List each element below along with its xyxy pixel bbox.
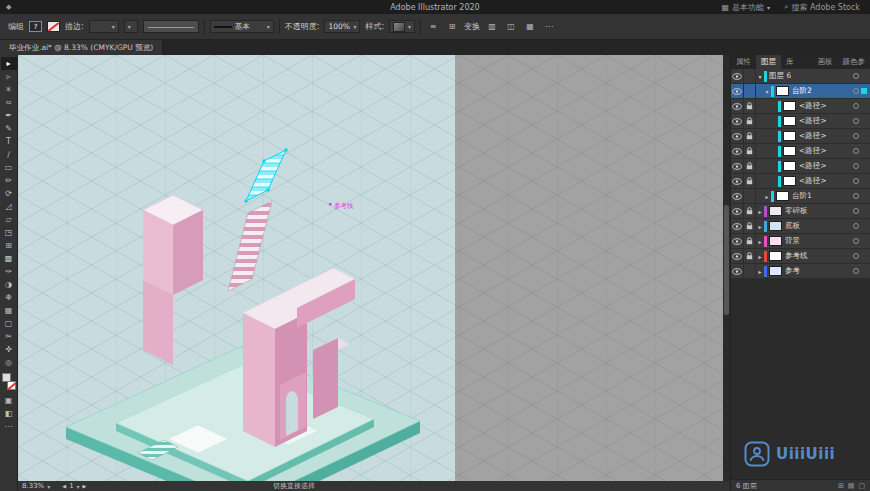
layer-name[interactable]: <路径> bbox=[799, 116, 827, 126]
lasso-tool[interactable]: ≈ bbox=[1, 96, 17, 109]
new-layer-icon[interactable]: ⊞ bbox=[838, 482, 844, 490]
lock-toggle[interactable] bbox=[744, 234, 756, 248]
layer-target[interactable] bbox=[853, 148, 859, 154]
artboard-tool[interactable]: ▢ bbox=[1, 317, 17, 330]
layer-row[interactable]: ▸零碎板 bbox=[731, 204, 870, 219]
slice-tool[interactable]: ✂ bbox=[1, 330, 17, 343]
visibility-toggle[interactable] bbox=[731, 84, 744, 98]
visibility-toggle[interactable] bbox=[731, 129, 744, 143]
stroke-none-swatch[interactable] bbox=[47, 21, 60, 32]
layer-row[interactable]: <路径> bbox=[731, 114, 870, 129]
delete-layer-icon[interactable]: ▢ bbox=[858, 482, 865, 490]
artboard-canvas[interactable]: 参考线 bbox=[18, 55, 730, 481]
layer-row[interactable]: ▾图层 6 bbox=[731, 69, 870, 84]
layer-target[interactable] bbox=[853, 118, 859, 124]
expand-arrow[interactable]: ▸ bbox=[756, 223, 764, 230]
layer-row[interactable]: <路径> bbox=[731, 174, 870, 189]
visibility-toggle[interactable] bbox=[731, 114, 744, 128]
isolate-icon[interactable]: ▥ bbox=[485, 20, 499, 33]
layer-target[interactable] bbox=[853, 163, 859, 169]
panel-tab-properties[interactable]: 属性 bbox=[731, 55, 756, 69]
layer-target[interactable] bbox=[853, 208, 859, 214]
brush-definition-dropdown[interactable]: 基本 ▾ bbox=[210, 20, 274, 33]
scrollbar-thumb[interactable] bbox=[724, 205, 729, 315]
layer-target[interactable] bbox=[853, 253, 859, 259]
expand-arrow[interactable]: ▾ bbox=[763, 88, 771, 95]
type-tool[interactable]: T bbox=[1, 135, 17, 148]
lock-toggle[interactable] bbox=[744, 144, 756, 158]
layer-row[interactable]: <路径> bbox=[731, 129, 870, 144]
lock-toggle[interactable] bbox=[744, 114, 756, 128]
select-similar-icon[interactable]: ▦ bbox=[523, 20, 537, 33]
layer-row[interactable]: ▾台阶2 bbox=[731, 84, 870, 99]
layer-row[interactable]: ▸底板 bbox=[731, 219, 870, 234]
layer-name[interactable]: <路径> bbox=[799, 101, 827, 111]
document-tab[interactable]: 毕业作业.ai* @ 8.33% (CMYK/GPU 预览) bbox=[0, 40, 163, 55]
layer-name[interactable]: 背景 bbox=[785, 236, 800, 246]
lock-toggle[interactable] bbox=[744, 219, 756, 233]
panel-tab-libraries[interactable]: 库 bbox=[781, 55, 799, 69]
gradient-tool[interactable]: ▩ bbox=[1, 252, 17, 265]
free-transform-tool[interactable]: ▱ bbox=[1, 213, 17, 226]
panel-tab-artboards[interactable]: 画板 bbox=[813, 55, 838, 69]
opacity-dropdown[interactable]: 100% ▾ bbox=[324, 20, 360, 33]
layer-row[interactable]: <路径> bbox=[731, 144, 870, 159]
expand-arrow[interactable]: ▸ bbox=[763, 193, 771, 200]
panel-tab-color-guide[interactable]: 颜色参 bbox=[838, 55, 870, 69]
lock-toggle[interactable] bbox=[744, 84, 756, 98]
layer-row[interactable]: ▸台阶1 bbox=[731, 189, 870, 204]
layer-name[interactable]: <路径> bbox=[799, 176, 827, 186]
lock-toggle[interactable] bbox=[744, 159, 756, 173]
visibility-toggle[interactable] bbox=[731, 219, 744, 233]
zoom-level[interactable]: 8.33% bbox=[22, 482, 44, 490]
layer-name[interactable]: 零碎板 bbox=[785, 206, 808, 216]
layer-name[interactable]: <路径> bbox=[799, 161, 827, 171]
mesh-tool[interactable]: ⊞ bbox=[1, 239, 17, 252]
lock-toggle[interactable] bbox=[744, 99, 756, 113]
fill-stroke-proxy[interactable] bbox=[2, 373, 16, 390]
scale-tool[interactable]: ◿ bbox=[1, 200, 17, 213]
lock-toggle[interactable] bbox=[744, 69, 756, 83]
expand-arrow[interactable]: ▸ bbox=[756, 253, 764, 260]
graphic-style-dropdown[interactable]: ▾ bbox=[389, 20, 415, 33]
layer-name[interactable]: 图层 6 bbox=[769, 71, 791, 81]
layer-name[interactable]: 台阶2 bbox=[792, 86, 812, 96]
layer-row[interactable]: ▸参考线 bbox=[731, 249, 870, 264]
magic-wand-tool[interactable]: ✳ bbox=[1, 83, 17, 96]
next-artboard-icon[interactable]: ▶ bbox=[83, 483, 87, 489]
symbol-sprayer-tool[interactable]: ❉ bbox=[1, 291, 17, 304]
expand-arrow[interactable]: ▸ bbox=[756, 268, 764, 275]
line-segment-tool[interactable]: ∕ bbox=[1, 148, 17, 161]
layer-row[interactable]: <路径> bbox=[731, 159, 870, 174]
expand-arrow[interactable]: ▸ bbox=[756, 208, 764, 215]
workspace-switcher[interactable]: ▦ 基本功能 ▾ bbox=[721, 2, 770, 13]
visibility-toggle[interactable] bbox=[731, 144, 744, 158]
layer-target[interactable] bbox=[853, 73, 859, 79]
layer-target[interactable] bbox=[853, 133, 859, 139]
vertical-scrollbar[interactable] bbox=[723, 55, 730, 481]
expand-arrow[interactable]: ▾ bbox=[756, 73, 764, 80]
layer-name[interactable]: <路径> bbox=[799, 131, 827, 141]
rectangle-tool[interactable]: ▭ bbox=[1, 161, 17, 174]
layer-name[interactable]: 台阶1 bbox=[792, 191, 812, 201]
layer-row[interactable]: ▸参考 bbox=[731, 264, 870, 279]
layer-target[interactable] bbox=[853, 88, 859, 94]
blend-tool[interactable]: ◑ bbox=[1, 278, 17, 291]
layer-name[interactable]: <路径> bbox=[799, 146, 827, 156]
width-profile-dropdown[interactable] bbox=[143, 20, 199, 33]
screen-mode-icon[interactable]: ◧ bbox=[1, 407, 17, 420]
graph-tool[interactable]: ▦ bbox=[1, 304, 17, 317]
layer-target[interactable] bbox=[853, 178, 859, 184]
visibility-toggle[interactable] bbox=[731, 204, 744, 218]
layer-target[interactable] bbox=[853, 103, 859, 109]
visibility-toggle[interactable] bbox=[731, 99, 744, 113]
lock-toggle[interactable] bbox=[744, 189, 756, 203]
prev-artboard-icon[interactable]: ◀ bbox=[62, 483, 66, 489]
stroke-weight-dropdown[interactable]: ▾ bbox=[89, 20, 119, 33]
expand-arrow[interactable]: ▸ bbox=[756, 238, 764, 245]
draw-mode-icon[interactable]: ▣ bbox=[1, 394, 17, 407]
layer-target[interactable] bbox=[853, 193, 859, 199]
rotate-tool[interactable]: ⟳ bbox=[1, 187, 17, 200]
stroke-proxy-swatch[interactable] bbox=[7, 381, 16, 390]
pen-tool[interactable]: ✒ bbox=[1, 109, 17, 122]
